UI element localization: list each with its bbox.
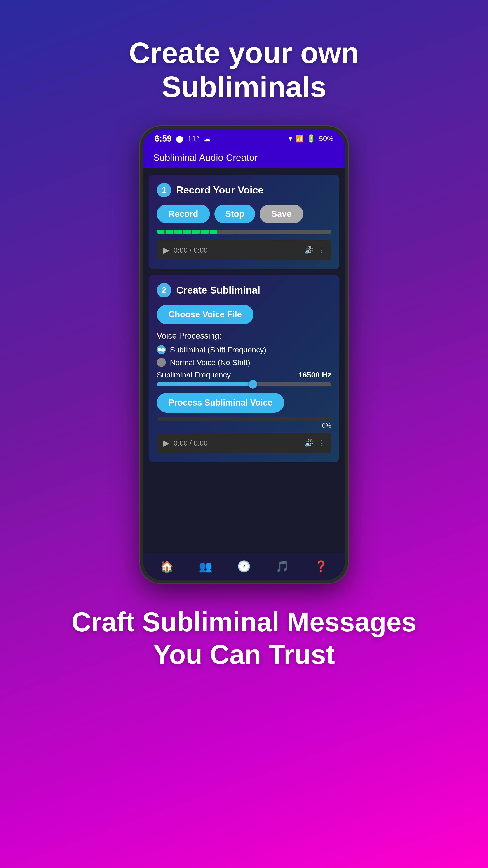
stop-button[interactable]: Stop bbox=[215, 205, 255, 223]
header-title-line2: Subliminals bbox=[162, 70, 326, 103]
nav-people[interactable]: 👥 bbox=[199, 560, 213, 573]
section1-audio-player: ▶ 0:00 / 0:00 🔊 ⋮ bbox=[157, 240, 331, 260]
section2-audio-player: ▶ 0:00 / 0:00 🔊 ⋮ bbox=[157, 433, 331, 453]
frequency-label: Subliminal Frequency bbox=[157, 370, 231, 379]
radio-normal-circle[interactable] bbox=[157, 358, 166, 367]
status-time: 6:59 bbox=[155, 134, 172, 144]
section2-title: Create Subliminal bbox=[176, 285, 260, 296]
battery-icon: 🔋 bbox=[307, 134, 316, 143]
more-icon-1[interactable]: ⋮ bbox=[318, 246, 325, 254]
section1-number: 1 bbox=[157, 183, 171, 197]
play-icon-2[interactable]: ▶ bbox=[163, 438, 169, 448]
section2-number: 2 bbox=[157, 283, 171, 298]
process-button[interactable]: Process Subliminal Voice bbox=[157, 393, 284, 412]
section1-card: 1 Record Your Voice Record Stop Save bbox=[149, 175, 339, 270]
frequency-slider[interactable] bbox=[157, 382, 331, 386]
progress-seg7 bbox=[210, 230, 217, 234]
radio-subliminal[interactable]: Subliminal (Shift Frequency) bbox=[157, 345, 331, 354]
progress-seg5 bbox=[192, 230, 200, 234]
volume-icon-1[interactable]: 🔊 bbox=[304, 246, 314, 254]
slider-fill bbox=[157, 382, 253, 386]
status-cloud-icon: ☁ bbox=[203, 134, 211, 143]
app-bar-title: Subliminal Audio Creator bbox=[153, 152, 258, 163]
radio-subliminal-dot bbox=[158, 348, 161, 351]
section2-header: 2 Create Subliminal bbox=[157, 283, 331, 298]
status-bar: 6:59 ⬤ 11° ☁ ▾ 📶 🔋 50% bbox=[143, 129, 345, 148]
frequency-value: 16500 Hz bbox=[298, 370, 331, 379]
choose-file-button[interactable]: Choose Voice File bbox=[157, 305, 254, 324]
wifi-icon: ▾ bbox=[289, 134, 292, 143]
battery-percent: 50% bbox=[319, 134, 333, 143]
save-button[interactable]: Save bbox=[260, 205, 303, 223]
radio-normal-label: Normal Voice (No Shift) bbox=[170, 358, 250, 367]
progress-seg1 bbox=[157, 230, 164, 234]
help-icon: ❓ bbox=[314, 560, 328, 573]
play-icon[interactable]: ▶ bbox=[163, 246, 169, 255]
progress-fill bbox=[157, 230, 253, 234]
phone-left-button3 bbox=[140, 265, 142, 283]
status-right: ▾ 📶 🔋 50% bbox=[289, 134, 333, 143]
status-weather: 11° bbox=[188, 134, 199, 143]
phone-screen: 6:59 ⬤ 11° ☁ ▾ 📶 🔋 50% Subliminal Audio … bbox=[143, 129, 345, 580]
radio-normal[interactable]: Normal Voice (No Shift) bbox=[157, 358, 331, 367]
bottom-nav: 🏠 👥 🕐 🎵 ❓ bbox=[143, 553, 345, 580]
section1-title: Record Your Voice bbox=[176, 184, 263, 196]
phone-frame: 6:59 ⬤ 11° ☁ ▾ 📶 🔋 50% Subliminal Audio … bbox=[140, 126, 348, 583]
nav-history[interactable]: 🕐 bbox=[237, 560, 251, 573]
audio-time-2: 0:00 / 0:00 bbox=[173, 439, 300, 447]
slider-thumb[interactable] bbox=[249, 380, 257, 389]
music-icon: 🎵 bbox=[275, 560, 289, 573]
section1-buttons: Record Stop Save bbox=[157, 205, 331, 223]
recording-progress-bar bbox=[157, 230, 331, 234]
section2-card: 2 Create Subliminal Choose Voice File Vo… bbox=[149, 275, 339, 462]
progress-seg3 bbox=[174, 230, 182, 234]
phone-left-button2 bbox=[140, 238, 142, 256]
footer-line1: Craft Subliminal Messages bbox=[71, 607, 416, 637]
history-icon: 🕐 bbox=[237, 560, 251, 573]
people-icon: 👥 bbox=[199, 560, 213, 573]
footer-title: Craft Subliminal Messages You Can Trust bbox=[71, 606, 416, 671]
progress-seg2 bbox=[166, 230, 173, 234]
volume-icon-2[interactable]: 🔊 bbox=[304, 439, 314, 447]
nav-home[interactable]: 🏠 bbox=[160, 560, 174, 573]
page-header-title: Create your own Subliminals bbox=[129, 36, 359, 104]
phone-left-button1 bbox=[140, 211, 142, 229]
footer-line2: You Can Trust bbox=[153, 639, 335, 670]
section1-header: 1 Record Your Voice bbox=[157, 183, 331, 197]
home-icon: 🏠 bbox=[160, 560, 174, 573]
nav-help[interactable]: ❓ bbox=[314, 560, 328, 573]
process-progress-bar bbox=[157, 417, 331, 421]
process-progress-label: 0% bbox=[157, 422, 331, 429]
status-left: 6:59 ⬤ 11° ☁ bbox=[155, 134, 211, 144]
record-button[interactable]: Record bbox=[157, 205, 210, 223]
more-icon-2[interactable]: ⋮ bbox=[318, 439, 325, 447]
nav-music[interactable]: 🎵 bbox=[275, 560, 289, 573]
progress-seg4 bbox=[183, 230, 191, 234]
audio-time-1: 0:00 / 0:00 bbox=[173, 246, 300, 254]
app-content: 1 Record Your Voice Record Stop Save bbox=[143, 168, 345, 553]
voice-processing-label: Voice Processing: bbox=[157, 331, 331, 341]
header-title-line1: Create your own bbox=[129, 36, 359, 69]
radio-subliminal-circle[interactable] bbox=[157, 345, 166, 354]
frequency-row: Subliminal Frequency 16500 Hz bbox=[157, 370, 331, 379]
status-dot: ⬤ bbox=[176, 135, 184, 143]
app-bar: Subliminal Audio Creator bbox=[143, 148, 345, 168]
progress-seg6 bbox=[201, 230, 208, 234]
radio-subliminal-label: Subliminal (Shift Frequency) bbox=[170, 345, 266, 354]
signal-icon: 📶 bbox=[295, 135, 304, 143]
